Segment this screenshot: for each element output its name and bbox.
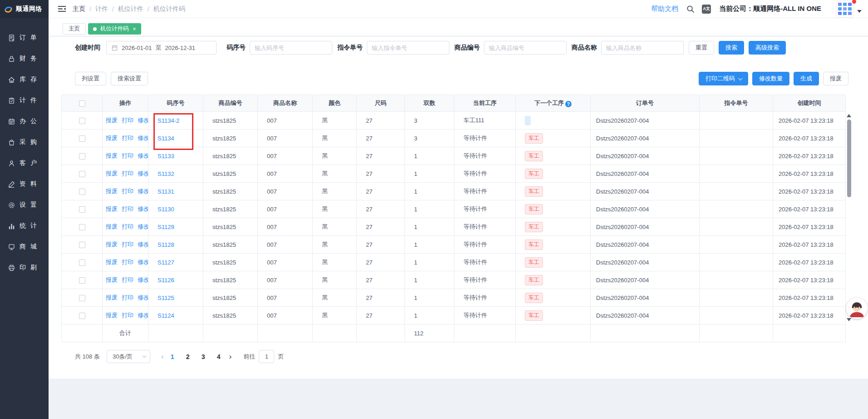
scrap-link[interactable]: 报废 (106, 312, 118, 319)
row-checkbox[interactable] (79, 189, 85, 195)
floating-avatar[interactable] (846, 298, 868, 319)
page-number-2[interactable]: 2 (181, 353, 195, 360)
page-size-select[interactable]: 30条/页 (107, 350, 150, 363)
reset-button[interactable]: 重置 (689, 41, 714, 55)
column-settings-button[interactable]: 列设置 (75, 72, 106, 85)
scrollbar-thumb[interactable] (847, 120, 851, 197)
sidebar-item-stats[interactable]: 统 计 (0, 215, 49, 236)
next-process-badge[interactable]: 车工 (525, 239, 543, 250)
next-process-badge[interactable]: 车工 (525, 204, 543, 214)
print-link[interactable]: 打印 (122, 223, 133, 230)
help-icon[interactable]: ? (565, 101, 572, 107)
modify-link[interactable]: 修改 (138, 276, 148, 283)
tab-machine-piece-code[interactable]: 机位计件码× (88, 23, 141, 35)
modify-link[interactable]: 修改 (138, 223, 148, 230)
next-process-badge[interactable]: 车工 (525, 257, 543, 268)
code-link[interactable]: S1124 (158, 312, 174, 319)
modify-link[interactable]: 修改 (138, 312, 148, 319)
code-link[interactable]: S1133 (158, 153, 174, 160)
row-checkbox[interactable] (79, 171, 85, 177)
sidebar-item-customer[interactable]: 客 户 (0, 153, 49, 174)
scrap-link[interactable]: 报废 (106, 241, 118, 248)
code-link[interactable]: S1128 (158, 241, 174, 248)
modify-link[interactable]: 修改 (138, 152, 148, 159)
breadcrumb-item[interactable]: 机位计件码 (153, 5, 185, 13)
next-process-badge[interactable]: 车工 (525, 133, 543, 144)
filter-input-code-no[interactable] (250, 41, 332, 55)
scrap-link[interactable]: 报废 (106, 259, 118, 265)
next-process-badge[interactable]: 车工 (525, 293, 543, 303)
row-checkbox[interactable] (79, 259, 85, 266)
user-avatar[interactable] (836, 0, 854, 18)
page-number-3[interactable]: 3 (197, 353, 210, 360)
scrollbar-down-arrow[interactable] (847, 318, 851, 321)
modify-link[interactable]: 修改 (138, 117, 148, 124)
modify-qty-button[interactable]: 修改数量 (752, 72, 789, 85)
row-checkbox[interactable] (79, 206, 85, 213)
scrap-link[interactable]: 报废 (106, 276, 118, 283)
filter-input-instruction-no[interactable] (367, 41, 449, 55)
row-checkbox[interactable] (79, 295, 85, 301)
code-link[interactable]: S1130 (158, 206, 174, 213)
next-process-badge[interactable]: 车工 (525, 310, 543, 321)
code-link[interactable]: S1132 (158, 170, 174, 177)
print-link[interactable]: 打印 (122, 117, 133, 124)
row-checkbox[interactable] (79, 277, 85, 284)
next-process-badge[interactable]: 车工 (525, 169, 543, 179)
sidebar-item-piecework[interactable]: 计 件 (0, 90, 49, 111)
scrap-button[interactable]: 报废 (823, 72, 848, 85)
close-tab-icon[interactable]: × (133, 26, 136, 32)
print-link[interactable]: 打印 (122, 135, 133, 141)
page-number-1[interactable]: 1 (166, 353, 179, 360)
print-qr-button[interactable]: 打印二维码 (699, 72, 748, 85)
print-link[interactable]: 打印 (122, 276, 133, 283)
collapse-menu-icon[interactable] (58, 5, 66, 13)
tab-home[interactable]: 主页 (63, 23, 86, 35)
sidebar-item-inventory[interactable]: 库 存 (0, 69, 49, 90)
date-range-input[interactable]: 2026-01-01 至 2026-12-31 (106, 41, 217, 55)
next-process-badge[interactable]: 车工 (525, 275, 543, 285)
search-icon[interactable] (686, 5, 695, 13)
help-docs-link[interactable]: 帮助文档 (651, 5, 678, 13)
sidebar-item-office[interactable]: 办 公 (0, 111, 49, 132)
code-link[interactable]: S1127 (158, 259, 174, 266)
scrap-link[interactable]: 报废 (106, 135, 118, 141)
generate-button[interactable]: 生成 (794, 72, 819, 85)
scrap-link[interactable]: 报废 (106, 117, 118, 124)
row-checkbox[interactable] (79, 153, 85, 160)
modify-link[interactable]: 修改 (138, 135, 148, 141)
code-link[interactable]: S1134 (158, 135, 174, 142)
filter-input-product-name[interactable] (601, 41, 684, 55)
filter-input-product-no[interactable] (484, 41, 567, 55)
code-link[interactable]: S1125 (158, 294, 174, 301)
code-link[interactable]: S1131 (158, 188, 174, 195)
print-link[interactable]: 打印 (122, 241, 133, 248)
print-link[interactable]: 打印 (122, 312, 133, 319)
search-button[interactable]: 搜索 (719, 41, 744, 55)
select-all-checkbox[interactable] (79, 100, 85, 107)
breadcrumb-item[interactable]: 计件 (95, 5, 108, 13)
date-end-value[interactable]: 2026-12-31 (165, 45, 196, 51)
scrap-link[interactable]: 报废 (106, 294, 118, 301)
print-link[interactable]: 打印 (122, 152, 133, 159)
print-link[interactable]: 打印 (122, 259, 133, 265)
logo[interactable]: 顺通网络 (0, 0, 49, 18)
sidebar-item-order[interactable]: 订 单 (0, 27, 49, 48)
sidebar-item-settings[interactable]: 设 置 (0, 195, 49, 215)
row-checkbox[interactable] (79, 135, 85, 142)
date-start-value[interactable]: 2026-01-01 (122, 45, 152, 51)
code-link[interactable]: S1129 (158, 224, 174, 230)
modify-link[interactable]: 修改 (138, 294, 148, 301)
print-link[interactable]: 打印 (122, 188, 133, 195)
print-link[interactable]: 打印 (122, 205, 133, 212)
chevron-down-icon[interactable] (857, 10, 862, 13)
scrap-link[interactable]: 报废 (106, 205, 118, 212)
next-process-empty-badge[interactable] (525, 116, 531, 125)
scrollbar-up-arrow[interactable] (847, 114, 851, 117)
sidebar-item-print[interactable]: 印 刷 (0, 257, 49, 278)
sidebar-item-finance[interactable]: 财 务 (0, 48, 49, 69)
modify-link[interactable]: 修改 (138, 170, 148, 177)
search-settings-button[interactable]: 搜索设置 (111, 72, 148, 85)
sidebar-item-mall[interactable]: 商 城 (0, 236, 49, 257)
row-checkbox[interactable] (79, 224, 85, 230)
